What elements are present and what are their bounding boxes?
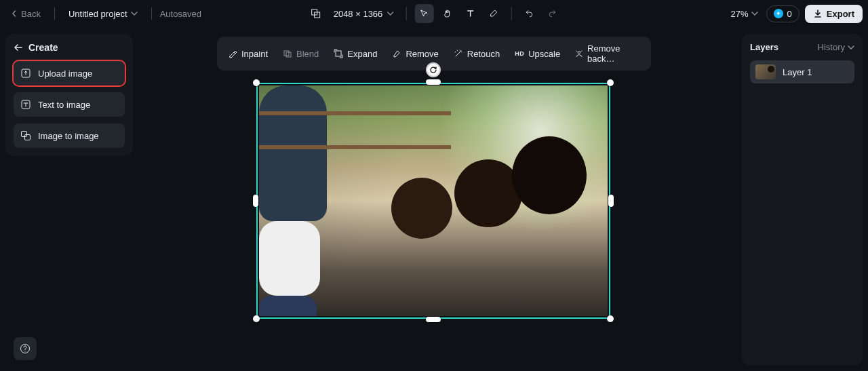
zoom-button[interactable]: 27% (728, 9, 761, 19)
hand-icon (442, 9, 452, 18)
text-icon (465, 9, 475, 18)
credits-button[interactable]: ✦ 0 (766, 5, 800, 22)
divider (511, 7, 511, 20)
create-item-label: Text to image (38, 100, 90, 110)
history-button[interactable]: History (818, 42, 854, 52)
undo-icon (524, 9, 534, 18)
layer-thumbnail (755, 64, 776, 79)
inpaint-icon (228, 49, 237, 58)
eraser-icon (392, 49, 401, 58)
export-label: Export (827, 9, 854, 19)
tool-expand[interactable]: Expand (327, 45, 384, 63)
create-header: Create (14, 42, 125, 53)
topbar-center: 2048 × 1366 (307, 4, 562, 23)
photo-shape (391, 178, 452, 239)
canvas[interactable] (256, 83, 610, 319)
help-button[interactable] (14, 337, 37, 360)
topbar: Back Untitled project Autosaved 2048 × 1… (0, 0, 868, 27)
photo-shape (259, 221, 320, 296)
history-label: History (818, 42, 845, 52)
tool-label: Expand (347, 49, 377, 59)
create-panel: Create Upload image Text to image Image … (5, 34, 133, 156)
layer-row[interactable]: Layer 1 (750, 60, 854, 83)
export-button[interactable]: Export (805, 5, 863, 23)
back-arrow-icon[interactable] (14, 43, 23, 52)
resize-handle-bl[interactable] (253, 315, 260, 322)
divider (151, 7, 152, 20)
project-name-button[interactable]: Untitled project (63, 6, 143, 22)
resize-handle-ml[interactable] (253, 195, 258, 207)
tool-retouch[interactable]: Retouch (447, 45, 507, 63)
rotate-icon (429, 66, 437, 74)
tool-remove[interactable]: Remove (385, 45, 445, 63)
tool-label: Retouch (467, 49, 500, 59)
tool-label: Remove (406, 49, 438, 59)
resize-handle-mb[interactable] (426, 317, 441, 322)
rotate-handle[interactable] (426, 62, 441, 77)
resize-handle-tr[interactable] (607, 79, 614, 86)
layers-title: Layers (750, 42, 778, 52)
tool-label: Blend (296, 49, 319, 59)
create-title: Create (28, 42, 58, 53)
create-item-label: Image to image (38, 131, 99, 141)
hd-icon: HD (515, 50, 524, 57)
redo-icon (547, 9, 557, 18)
remove-bg-icon (575, 49, 583, 58)
expand-icon (334, 49, 343, 58)
chevron-left-icon (11, 10, 18, 17)
photo-shape (259, 85, 327, 221)
canvas-dimensions: 2048 × 1366 (334, 9, 383, 19)
create-item-label: Upload image (38, 69, 92, 79)
svg-rect-4 (22, 132, 27, 137)
svg-rect-5 (25, 135, 31, 140)
hand-tool-button[interactable] (437, 4, 456, 23)
resize-handle-tl[interactable] (253, 79, 260, 86)
divider (406, 7, 406, 20)
cursor-icon (419, 9, 429, 18)
topbar-right: 27% ✦ 0 Export (728, 5, 863, 23)
project-name: Untitled project (68, 9, 127, 19)
text-tool-button[interactable] (460, 4, 479, 23)
create-item-text-to-image[interactable]: Text to image (14, 92, 125, 117)
chevron-down-icon (131, 10, 138, 17)
chevron-down-icon (848, 44, 854, 51)
create-item-image-to-image[interactable]: Image to image (14, 123, 125, 148)
back-label: Back (21, 9, 41, 19)
retouch-icon (454, 49, 463, 58)
download-icon (813, 9, 823, 18)
svg-point-10 (578, 52, 580, 54)
help-icon (20, 343, 31, 354)
tool-label: Remove back… (587, 43, 640, 64)
text-to-image-icon (20, 99, 31, 110)
tool-label: Upscale (528, 49, 560, 59)
redo-button[interactable] (542, 4, 561, 23)
tool-remove-background[interactable]: Remove back… (568, 39, 647, 68)
tool-upscale[interactable]: HD Upscale (508, 45, 567, 63)
credits-icon: ✦ (774, 9, 783, 18)
canvas-dimensions-button[interactable]: 2048 × 1366 (330, 9, 398, 19)
credits-value: 0 (787, 9, 792, 19)
select-tool-button[interactable] (414, 4, 433, 23)
zoom-value: 27% (731, 9, 749, 19)
autosaved-label: Autosaved (160, 9, 201, 19)
brush-icon (488, 9, 498, 18)
back-button[interactable]: Back (5, 6, 46, 22)
resize-handle-mr[interactable] (608, 195, 614, 207)
chevron-down-icon (751, 10, 758, 17)
layers-header: Layers History (750, 42, 854, 52)
tool-inpaint[interactable]: Inpaint (221, 45, 275, 63)
layers-panel: Layers History Layer 1 (742, 34, 863, 366)
resize-handle-br[interactable] (607, 315, 614, 322)
chevron-down-icon (387, 10, 393, 17)
divider (54, 7, 55, 20)
svg-rect-9 (336, 51, 341, 56)
brush-tool-button[interactable] (484, 4, 502, 23)
blend-icon (283, 49, 292, 58)
resize-handle-mt[interactable] (426, 79, 441, 85)
resize-icon (311, 8, 321, 19)
undo-button[interactable] (519, 4, 538, 23)
resize-canvas-button[interactable] (307, 4, 326, 23)
create-item-upload-image[interactable]: Upload image (14, 61, 125, 85)
layer-image[interactable] (259, 85, 608, 316)
photo-shape (512, 136, 587, 214)
